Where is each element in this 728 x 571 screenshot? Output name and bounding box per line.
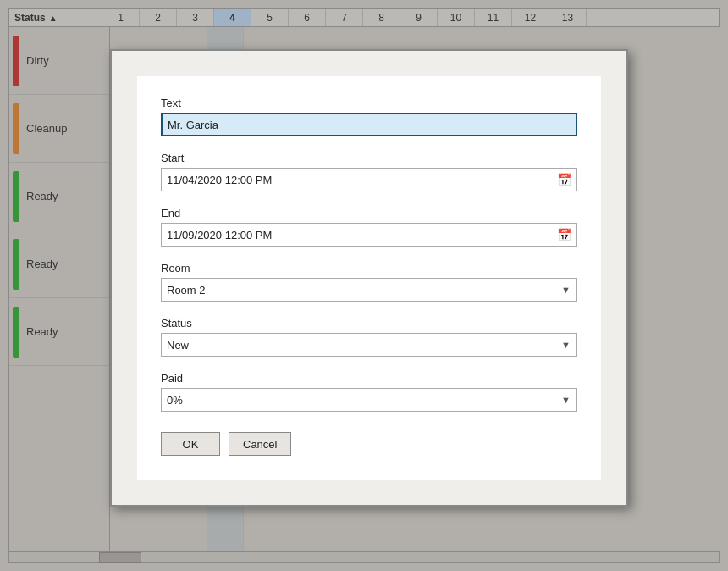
- end-calendar-icon[interactable]: 📅: [557, 228, 571, 241]
- start-field-group: Start 11/04/2020 12:00 PM 📅: [161, 152, 577, 191]
- dialog: Text Start 11/04/2020 12:00 PM 📅 End 11/…: [110, 49, 628, 507]
- end-date-field[interactable]: 11/09/2020 12:00 PM 📅: [161, 223, 577, 247]
- room-field-group: Room Room 1 Room 2 Room 3 Room 4 ▼: [161, 262, 577, 302]
- text-input[interactable]: [161, 113, 577, 136]
- start-label: Start: [161, 152, 577, 164]
- status-field-group: Status New Confirmed Checked In Checked …: [161, 317, 577, 357]
- paid-label: Paid: [161, 372, 577, 385]
- dialog-inner: Text Start 11/04/2020 12:00 PM 📅 End 11/…: [137, 76, 601, 480]
- paid-field-group: Paid 0% 25% 50% 75% 100% ▼: [161, 372, 577, 412]
- end-label: End: [161, 207, 577, 219]
- start-date-value: 11/04/2020 12:00 PM: [167, 174, 272, 186]
- paid-select[interactable]: 0% 25% 50% 75% 100%: [161, 388, 577, 412]
- text-field-group: Text: [161, 97, 577, 136]
- end-field-group: End 11/09/2020 12:00 PM 📅: [161, 207, 577, 247]
- room-label: Room: [161, 262, 577, 274]
- dialog-overlay: Text Start 11/04/2020 12:00 PM 📅 End 11/…: [0, 0, 728, 571]
- room-select-wrap: Room 1 Room 2 Room 3 Room 4 ▼: [161, 278, 577, 302]
- status-label: Status: [161, 317, 577, 330]
- start-calendar-icon[interactable]: 📅: [557, 173, 571, 186]
- dialog-buttons: OK Cancel: [161, 432, 577, 456]
- ok-button[interactable]: OK: [161, 432, 220, 456]
- status-select[interactable]: New Confirmed Checked In Checked Out Can…: [161, 333, 577, 357]
- status-select-wrap: New Confirmed Checked In Checked Out Can…: [161, 333, 577, 357]
- room-select[interactable]: Room 1 Room 2 Room 3 Room 4: [161, 278, 577, 302]
- paid-select-wrap: 0% 25% 50% 75% 100% ▼: [161, 388, 577, 412]
- cancel-button[interactable]: Cancel: [229, 432, 291, 456]
- text-label: Text: [161, 97, 577, 109]
- start-date-field[interactable]: 11/04/2020 12:00 PM 📅: [161, 168, 577, 191]
- end-date-value: 11/09/2020 12:00 PM: [167, 229, 272, 241]
